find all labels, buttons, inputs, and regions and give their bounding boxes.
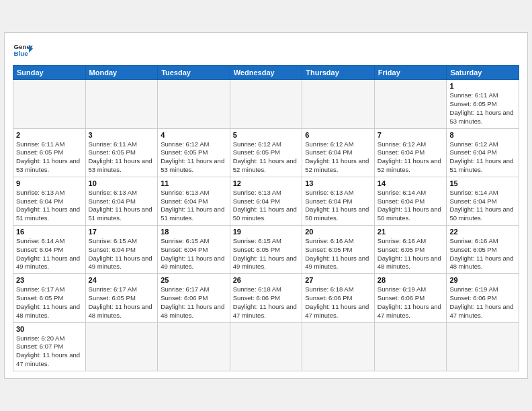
day-number: 4 — [161, 131, 227, 139]
day-info: Sunrise: 6:17 AMSunset: 6:05 PMDaylight:… — [89, 285, 155, 320]
day-number: 3 — [89, 131, 155, 139]
weekday-header-thursday: Thursday — [302, 66, 375, 80]
day-number: 21 — [378, 228, 444, 236]
day-number: 19 — [233, 228, 300, 236]
day-number: 14 — [378, 179, 444, 187]
day-info: Sunrise: 6:16 AMSunset: 6:05 PMDaylight:… — [378, 237, 444, 271]
calendar-container: General Blue SundayMondayTuesdayWednesda… — [4, 32, 528, 379]
day-info: Sunrise: 6:11 AMSunset: 6:05 PMDaylight:… — [449, 91, 516, 126]
calendar-cell: 5Sunrise: 6:12 AMSunset: 6:05 PMDaylight… — [230, 128, 302, 177]
calendar-cell: 13Sunrise: 6:13 AMSunset: 6:04 PMDayligh… — [302, 177, 375, 225]
day-info: Sunrise: 6:13 AMSunset: 6:04 PMDaylight:… — [16, 189, 83, 223]
day-info: Sunrise: 6:14 AMSunset: 6:04 PMDaylight:… — [449, 189, 516, 223]
day-info: Sunrise: 6:14 AMSunset: 6:04 PMDaylight:… — [16, 237, 83, 271]
day-number: 2 — [16, 131, 83, 139]
day-number: 10 — [89, 179, 155, 187]
calendar-cell: 27Sunrise: 6:18 AMSunset: 6:06 PMDayligh… — [302, 274, 375, 322]
calendar-cell: 24Sunrise: 6:17 AMSunset: 6:05 PMDayligh… — [85, 274, 158, 322]
calendar-cell — [85, 322, 158, 371]
calendar-cell: 30Sunrise: 6:20 AMSunset: 6:07 PMDayligh… — [13, 322, 86, 371]
day-number: 28 — [378, 276, 444, 284]
calendar-cell: 16Sunrise: 6:14 AMSunset: 6:04 PMDayligh… — [13, 226, 86, 274]
day-info: Sunrise: 6:12 AMSunset: 6:04 PMDaylight:… — [305, 140, 371, 175]
calendar-cell: 9Sunrise: 6:13 AMSunset: 6:04 PMDaylight… — [13, 177, 86, 225]
weekday-header-tuesday: Tuesday — [158, 66, 230, 80]
day-number: 18 — [161, 228, 227, 236]
logo: General Blue — [13, 40, 33, 60]
calendar-table: SundayMondayTuesdayWednesdayThursdayFrid… — [13, 65, 519, 371]
calendar-cell: 23Sunrise: 6:17 AMSunset: 6:05 PMDayligh… — [13, 274, 86, 322]
calendar-cell: 20Sunrise: 6:16 AMSunset: 6:05 PMDayligh… — [302, 226, 375, 274]
day-info: Sunrise: 6:13 AMSunset: 6:04 PMDaylight:… — [89, 189, 155, 223]
day-info: Sunrise: 6:18 AMSunset: 6:06 PMDaylight:… — [305, 285, 371, 320]
calendar-cell: 21Sunrise: 6:16 AMSunset: 6:05 PMDayligh… — [374, 226, 447, 274]
weekday-header-monday: Monday — [85, 66, 158, 80]
day-number: 1 — [449, 82, 516, 90]
weekday-header-friday: Friday — [374, 66, 447, 80]
day-number: 9 — [16, 179, 83, 187]
weekday-header-wednesday: Wednesday — [230, 66, 302, 80]
day-number: 6 — [305, 131, 371, 139]
calendar-cell: 17Sunrise: 6:15 AMSunset: 6:04 PMDayligh… — [85, 226, 158, 274]
day-info: Sunrise: 6:15 AMSunset: 6:04 PMDaylight:… — [161, 237, 227, 271]
day-info: Sunrise: 6:19 AMSunset: 6:06 PMDaylight:… — [378, 285, 444, 320]
calendar-cell — [302, 80, 375, 128]
calendar-cell — [230, 322, 302, 371]
day-info: Sunrise: 6:11 AMSunset: 6:05 PMDaylight:… — [89, 140, 155, 175]
day-info: Sunrise: 6:13 AMSunset: 6:04 PMDaylight:… — [305, 189, 371, 223]
calendar-cell: 26Sunrise: 6:18 AMSunset: 6:06 PMDayligh… — [230, 274, 302, 322]
weekday-header-sunday: Sunday — [13, 66, 86, 80]
day-number: 15 — [449, 179, 516, 187]
calendar-cell: 7Sunrise: 6:12 AMSunset: 6:04 PMDaylight… — [374, 128, 447, 177]
day-number: 8 — [449, 131, 516, 139]
day-info: Sunrise: 6:12 AMSunset: 6:05 PMDaylight:… — [233, 140, 300, 175]
calendar-cell: 18Sunrise: 6:15 AMSunset: 6:04 PMDayligh… — [158, 226, 230, 274]
calendar-cell: 22Sunrise: 6:16 AMSunset: 6:05 PMDayligh… — [447, 226, 519, 274]
calendar-cell: 10Sunrise: 6:13 AMSunset: 6:04 PMDayligh… — [85, 177, 158, 225]
calendar-cell — [158, 80, 230, 128]
day-info: Sunrise: 6:12 AMSunset: 6:05 PMDaylight:… — [161, 140, 227, 175]
calendar-cell: 15Sunrise: 6:14 AMSunset: 6:04 PMDayligh… — [447, 177, 519, 225]
calendar-cell — [302, 322, 375, 371]
calendar-cell — [230, 80, 302, 128]
calendar-cell: 4Sunrise: 6:12 AMSunset: 6:05 PMDaylight… — [158, 128, 230, 177]
day-info: Sunrise: 6:11 AMSunset: 6:05 PMDaylight:… — [16, 140, 83, 175]
weekday-header-saturday: Saturday — [447, 66, 519, 80]
calendar-cell: 3Sunrise: 6:11 AMSunset: 6:05 PMDaylight… — [85, 128, 158, 177]
day-info: Sunrise: 6:14 AMSunset: 6:04 PMDaylight:… — [378, 189, 444, 223]
day-number: 13 — [305, 179, 371, 187]
day-info: Sunrise: 6:16 AMSunset: 6:05 PMDaylight:… — [449, 237, 516, 271]
logo-icon: General Blue — [13, 40, 33, 60]
day-number: 16 — [16, 228, 83, 236]
calendar-cell: 29Sunrise: 6:19 AMSunset: 6:06 PMDayligh… — [447, 274, 519, 322]
calendar-cell: 14Sunrise: 6:14 AMSunset: 6:04 PMDayligh… — [374, 177, 447, 225]
day-number: 22 — [449, 228, 516, 236]
day-info: Sunrise: 6:15 AMSunset: 6:04 PMDaylight:… — [89, 237, 155, 271]
calendar-cell — [447, 322, 519, 371]
calendar-cell: 1Sunrise: 6:11 AMSunset: 6:05 PMDaylight… — [447, 80, 519, 128]
day-number: 20 — [305, 228, 371, 236]
day-number: 25 — [161, 276, 227, 284]
calendar-cell: 6Sunrise: 6:12 AMSunset: 6:04 PMDaylight… — [302, 128, 375, 177]
day-number: 5 — [233, 131, 300, 139]
calendar-cell — [374, 80, 447, 128]
day-info: Sunrise: 6:17 AMSunset: 6:06 PMDaylight:… — [161, 285, 227, 320]
day-info: Sunrise: 6:15 AMSunset: 6:05 PMDaylight:… — [233, 237, 300, 271]
day-number: 30 — [16, 325, 83, 333]
day-number: 27 — [305, 276, 371, 284]
calendar-cell — [158, 322, 230, 371]
day-number: 29 — [449, 276, 516, 284]
calendar-cell: 8Sunrise: 6:12 AMSunset: 6:04 PMDaylight… — [447, 128, 519, 177]
calendar-cell: 19Sunrise: 6:15 AMSunset: 6:05 PMDayligh… — [230, 226, 302, 274]
day-number: 26 — [233, 276, 300, 284]
day-info: Sunrise: 6:17 AMSunset: 6:05 PMDaylight:… — [16, 285, 83, 320]
day-info: Sunrise: 6:12 AMSunset: 6:04 PMDaylight:… — [378, 140, 444, 175]
calendar-cell: 12Sunrise: 6:13 AMSunset: 6:04 PMDayligh… — [230, 177, 302, 225]
day-info: Sunrise: 6:12 AMSunset: 6:04 PMDaylight:… — [449, 140, 516, 175]
day-number: 11 — [161, 179, 227, 187]
calendar-cell — [85, 80, 158, 128]
calendar-cell: 28Sunrise: 6:19 AMSunset: 6:06 PMDayligh… — [374, 274, 447, 322]
calendar-cell: 11Sunrise: 6:13 AMSunset: 6:04 PMDayligh… — [158, 177, 230, 225]
day-info: Sunrise: 6:16 AMSunset: 6:05 PMDaylight:… — [305, 237, 371, 271]
day-info: Sunrise: 6:20 AMSunset: 6:07 PMDaylight:… — [16, 334, 83, 369]
